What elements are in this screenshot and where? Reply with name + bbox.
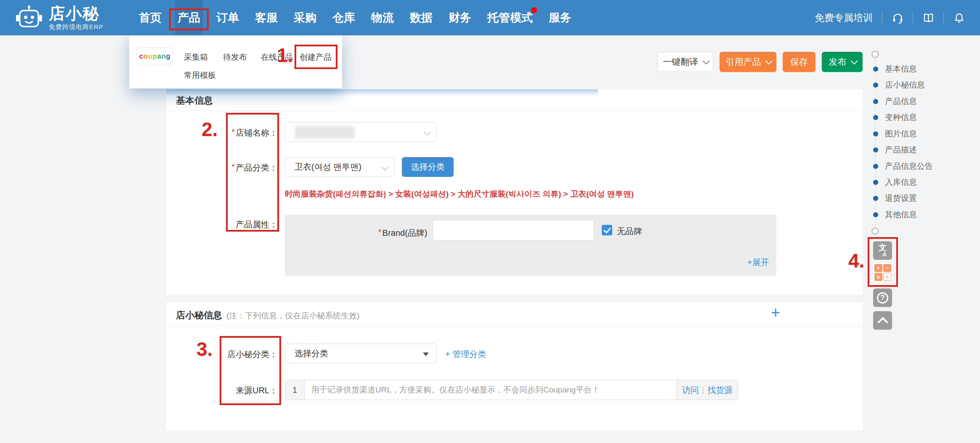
navbar-right: 免费专属培训 — [815, 0, 965, 35]
chevron-down-icon — [702, 57, 709, 64]
section-title-dxm-info: 店小秘信息(注：下列信息，仅在店小秘系统生效) — [176, 309, 360, 322]
store-name-select[interactable] — [285, 122, 437, 142]
anchor-dot — [873, 115, 878, 120]
one-click-translate-button[interactable]: 一键翻译 — [657, 52, 713, 72]
anchor-dot — [873, 196, 878, 201]
save-button[interactable]: 保存 — [783, 52, 815, 72]
section-title-basic-info: 基本信息 — [176, 94, 213, 107]
anchor-dot — [873, 164, 878, 169]
anchor-item-variant-info[interactable]: 变种信息 — [871, 112, 917, 123]
brand-label: *Brand(品牌) — [378, 227, 428, 239]
product-category-select[interactable]: 卫衣(여성 맨투맨) — [285, 157, 395, 177]
free-training-link[interactable]: 免费专属培训 — [815, 11, 873, 24]
menu-item-create-product[interactable]: 创建产品 — [300, 52, 332, 63]
product-category-label: *产品分类： — [166, 162, 278, 173]
headset-icon[interactable] — [892, 12, 903, 24]
annotation-step-1: 1. — [277, 44, 293, 67]
source-url-row: 1 访问 | 找货源 — [285, 380, 738, 400]
robot-logo-icon — [15, 5, 43, 29]
nav-item-customer-service[interactable]: 客服 — [255, 0, 278, 35]
chevron-up-icon — [877, 317, 888, 328]
source-url-actions: 访问 | 找货源 — [677, 380, 738, 400]
publish-button[interactable]: 发布 — [822, 52, 863, 72]
no-brand-label: 无品牌 — [617, 226, 642, 237]
calculator-tool-button[interactable]: +−x= — [873, 263, 892, 282]
anchor-dot — [873, 67, 878, 72]
manage-category-link[interactable]: + 管理分类 — [445, 349, 486, 360]
chevron-down-icon — [850, 57, 858, 64]
question-mark-icon: ? — [877, 292, 888, 304]
anchor-bottom-circle — [871, 227, 879, 235]
source-url-label: 来源URL： — [166, 385, 278, 396]
add-source-url-button[interactable]: + — [771, 303, 780, 322]
anchor-dot — [873, 212, 878, 217]
anchor-dot — [873, 99, 878, 104]
red-dot-badge — [531, 7, 537, 13]
main-nav: 首页 产品 订单 客服 采购 仓库 物流 数据 财务 托管模式 服务 — [139, 0, 571, 35]
nav-separator — [943, 12, 944, 23]
nav-item-products[interactable]: 产品 — [175, 0, 203, 35]
product-attributes-panel: *Brand(品牌) 无品牌 +展开 — [285, 215, 776, 276]
required-mark: * — [378, 227, 382, 237]
nav-item-warehouse[interactable]: 仓库 — [332, 0, 355, 35]
nav-item-orders[interactable]: 订单 — [216, 0, 239, 35]
visit-link[interactable]: 访问 — [682, 384, 699, 396]
chevron-down-icon — [423, 352, 429, 356]
nav-item-data[interactable]: 数据 — [410, 0, 433, 35]
source-url-input[interactable] — [304, 380, 677, 400]
translate-tool-button[interactable]: 文A — [873, 241, 892, 260]
menu-item-collect-box[interactable]: 采集箱 — [184, 52, 208, 63]
dxm-category-select[interactable]: 选择分类 — [285, 344, 437, 363]
anchor-item-basic-info[interactable]: 基本信息 — [871, 64, 917, 74]
nav-item-services[interactable]: 服务 — [549, 0, 571, 35]
coupang-logo: coupang — [139, 52, 170, 61]
find-source-link[interactable]: 找货源 — [707, 384, 733, 396]
separator: | — [702, 386, 704, 395]
store-name-label: *店铺名称： — [166, 127, 278, 139]
anchor-dot — [873, 180, 878, 185]
section-note: (注：下列信息，仅在店小秘系统生效) — [226, 311, 360, 320]
anchor-dot — [873, 147, 878, 152]
dxm-category-label: 店小秘分类： — [166, 349, 278, 360]
no-brand-checkbox[interactable] — [602, 225, 612, 235]
menu-item-common-templates[interactable]: 常用模板 — [184, 70, 216, 81]
anchor-item-product-info[interactable]: 产品信息 — [871, 96, 917, 107]
annotation-step-3: 3. — [197, 338, 212, 360]
anchor-item-image-info[interactable]: 图片信息 — [871, 129, 917, 139]
dxm-info-section: 店小秘信息(注：下列信息，仅在店小秘系统生效) 店小秘分类： 选择分类 + 管理… — [166, 302, 863, 430]
nav-item-managed-mode[interactable]: 托管模式 — [487, 0, 533, 35]
required-mark: * — [231, 127, 235, 136]
brand-input[interactable] — [433, 220, 594, 240]
annotation-step-2: 2. — [202, 118, 218, 141]
app-logo[interactable]: 店小秘 免费跨境电商ERP — [15, 5, 104, 31]
nav-item-purchasing[interactable]: 采购 — [294, 0, 316, 35]
anchor-item-dxm-info[interactable]: 店小秘信息 — [871, 80, 925, 90]
nav-item-home[interactable]: 首页 — [139, 0, 162, 35]
calculator-icon: +−x= — [874, 264, 891, 281]
nav-separator — [882, 12, 882, 23]
translate-icon: 文A — [879, 244, 887, 257]
choose-category-button[interactable]: 选择分类 — [402, 157, 454, 177]
divider — [166, 326, 863, 326]
category-breadcrumb: 时尚服装杂货(패션의류잡화) > 女装(여성패션) > 大的尺寸服装(빅사이즈 … — [285, 189, 634, 200]
anchor-dot — [873, 131, 878, 136]
chevron-down-icon — [424, 128, 431, 136]
source-url-index: 1 — [285, 380, 304, 400]
notification-bell-icon[interactable] — [953, 12, 965, 24]
nav-item-finance[interactable]: 财务 — [449, 0, 471, 35]
app-subtitle: 免费跨境电商ERP — [49, 23, 104, 31]
reference-product-button[interactable]: 引用产品 — [720, 52, 776, 72]
menu-item-to-publish[interactable]: 待发布 — [223, 52, 247, 63]
anchor-item-other-info[interactable]: 其他信息 — [871, 210, 917, 220]
manual-book-icon[interactable] — [922, 12, 934, 24]
anchor-item-inbound-info[interactable]: 入库信息 — [871, 177, 917, 187]
back-to-top-button[interactable] — [873, 311, 892, 330]
expand-attributes-link[interactable]: +展开 — [747, 257, 769, 268]
required-mark: * — [231, 162, 235, 171]
nav-item-logistics[interactable]: 物流 — [371, 0, 394, 35]
coupang-platform-tab[interactable]: coupang — [137, 48, 173, 65]
help-button[interactable]: ? — [873, 288, 892, 307]
anchor-item-product-description[interactable]: 产品描述 — [871, 145, 917, 155]
anchor-item-return-settings[interactable]: 退货设置 — [871, 193, 917, 203]
anchor-item-product-notice[interactable]: 产品信息公告 — [871, 161, 933, 171]
